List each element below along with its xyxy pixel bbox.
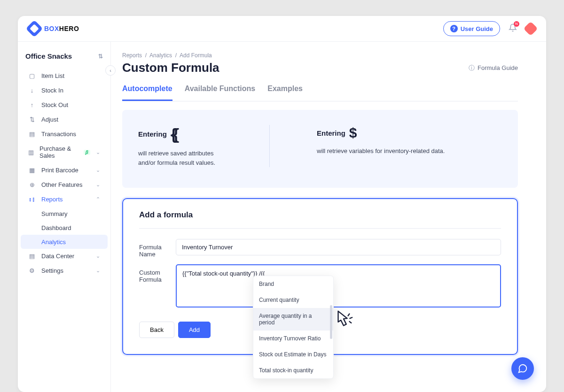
custom-formula-label: Custom Formula xyxy=(139,264,176,283)
tab-autocomplete[interactable]: Autocomplete xyxy=(122,82,172,101)
dropdown-item[interactable]: Stock out Estimate in Days xyxy=(253,346,333,362)
document-icon: ▥ xyxy=(28,149,34,156)
page-title: Custom Formula xyxy=(122,61,219,75)
sidebar-item-data-center[interactable]: ▤Data Center⌄ xyxy=(21,249,108,263)
back-button[interactable]: Back xyxy=(139,322,174,338)
chevron-down-icon: ⌄ xyxy=(96,253,100,259)
braces-description: will retrieve saved attributes and/or fo… xyxy=(138,149,232,167)
sidebar-item-stock-in[interactable]: ↓Stock In xyxy=(21,83,108,98)
dollar-icon: $ xyxy=(349,125,357,141)
breadcrumb: Reports / Analytics / Add Formula xyxy=(122,52,518,59)
workspace-name: Office Snacks xyxy=(25,52,72,60)
logo-icon xyxy=(26,20,43,38)
box-icon: ▢ xyxy=(28,72,36,79)
adjust-icon: ⇅ xyxy=(28,116,36,123)
sidebar-item-other-features[interactable]: ⊕Other Features⌄ xyxy=(21,177,108,192)
dropdown-scrollbar[interactable] xyxy=(330,305,332,339)
gear-icon: ⚙ xyxy=(28,267,36,274)
chevron-up-icon: ⌃ xyxy=(96,196,100,202)
sort-icon: ⇅ xyxy=(98,53,103,60)
add-formula-section: Add a formula Formula Name Custom Formul… xyxy=(122,198,518,355)
upload-icon: ↑ xyxy=(28,101,36,108)
avatar[interactable] xyxy=(523,21,538,36)
dollar-description: will retrieve variables for inventory-re… xyxy=(317,146,445,156)
section-title: Add a formula xyxy=(139,210,501,229)
brand-logo[interactable]: BOXHERO xyxy=(28,23,79,35)
question-circle-icon: ⓘ xyxy=(469,64,475,72)
list-icon: ▤ xyxy=(28,131,36,138)
brand-name: BOXHERO xyxy=(44,25,79,32)
tab-examples[interactable]: Examples xyxy=(267,82,303,101)
chevron-down-icon: ⌄ xyxy=(96,182,100,188)
user-guide-button[interactable]: ? User Guide xyxy=(443,21,500,36)
sidebar-item-settings[interactable]: ⚙Settings⌄ xyxy=(21,263,108,278)
sidebar-item-reports[interactable]: ⫾⫿Reports⌃ xyxy=(21,192,108,207)
notifications-button[interactable]: N xyxy=(509,23,517,34)
user-guide-label: User Guide xyxy=(461,25,493,32)
sidebar-item-print-barcode[interactable]: ▦Print Barcode⌄ xyxy=(21,163,108,177)
tab-available-functions[interactable]: Available Functions xyxy=(185,82,256,101)
notification-badge: N xyxy=(514,21,519,27)
workspace-selector[interactable]: Office Snacks ⇅ xyxy=(18,48,110,69)
database-icon: ▤ xyxy=(28,253,36,260)
formula-name-label: Formula Name xyxy=(139,239,176,258)
sidebar-item-stock-out[interactable]: ↑Stock Out xyxy=(21,98,108,112)
breadcrumb-add-formula[interactable]: Add Formula xyxy=(180,52,212,59)
chevron-down-icon: ⌄ xyxy=(96,268,100,274)
autocomplete-dropdown: Brand Current quantity Average quantity … xyxy=(253,276,334,379)
custom-formula-input[interactable]: {{"Total stock-out quantity"}} /{{ xyxy=(176,264,501,307)
help-fab-button[interactable] xyxy=(511,357,534,380)
sidebar-item-transactions[interactable]: ▤Transactions xyxy=(21,127,108,141)
sidebar: ‹ Office Snacks ⇅ ▢Item List ↓Stock In ↑… xyxy=(18,42,111,392)
plus-circle-icon: ⊕ xyxy=(28,181,36,188)
download-icon: ↓ xyxy=(28,87,36,94)
sidebar-item-summary[interactable]: Summary xyxy=(21,207,108,221)
chart-icon: ⫾⫿ xyxy=(28,196,36,203)
chevron-down-icon: ⌄ xyxy=(96,149,100,155)
sidebar-item-adjust[interactable]: ⇅Adjust xyxy=(21,112,108,127)
dropdown-item[interactable]: Average quantity in a period xyxy=(253,308,333,331)
chevron-down-icon: ⌄ xyxy=(96,167,100,173)
sidebar-item-purchase-sales[interactable]: ▥Purchase & Salesβ⌄ xyxy=(21,141,108,163)
braces-icon: {{ xyxy=(171,125,175,143)
autocomplete-info-card: Entering {{ will retrieve saved attribut… xyxy=(122,110,518,188)
sidebar-item-dashboard[interactable]: Dashboard xyxy=(21,221,108,235)
breadcrumb-analytics[interactable]: Analytics xyxy=(149,52,172,59)
entering-label: Entering xyxy=(138,130,167,138)
sidebar-item-analytics[interactable]: Analytics xyxy=(21,235,108,249)
breadcrumb-reports[interactable]: Reports xyxy=(122,52,142,59)
barcode-icon: ▦ xyxy=(28,167,36,174)
entering-label: Entering xyxy=(317,129,345,137)
dropdown-item[interactable]: Current quantity xyxy=(253,292,333,308)
sidebar-item-item-list[interactable]: ▢Item List xyxy=(21,69,108,83)
add-button[interactable]: Add xyxy=(178,322,211,338)
formula-guide-link[interactable]: ⓘ Formula Guide xyxy=(469,64,518,72)
dropdown-item[interactable]: Total stock-in quantity xyxy=(253,362,333,378)
formula-name-input[interactable] xyxy=(176,239,501,255)
beta-badge: β xyxy=(84,150,90,155)
dropdown-item[interactable]: Inventory Turnover Ratio xyxy=(253,331,333,346)
dropdown-item[interactable]: Brand xyxy=(253,276,333,292)
question-icon: ? xyxy=(450,25,458,32)
